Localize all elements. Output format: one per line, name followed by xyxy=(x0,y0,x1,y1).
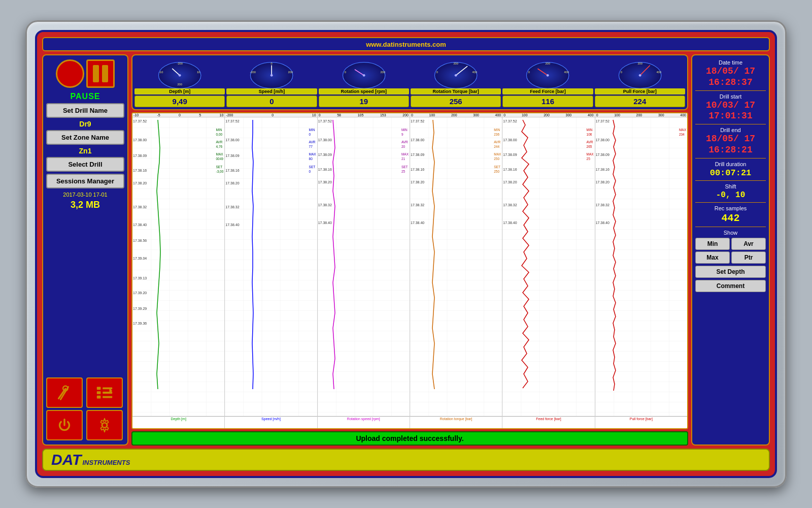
chart-col-speed: -200010 17.37.52 17.38.00 17.38.09 17.38… xyxy=(225,113,317,428)
gauge-rot-speed-label: Rotation speed [rpm] xyxy=(319,88,409,94)
show-label: Show xyxy=(724,230,738,236)
svg-text:200: 200 xyxy=(453,62,458,65)
gauge-pull-force-label: Pull Force [bar] xyxy=(595,88,685,94)
svg-point-28 xyxy=(362,74,365,77)
status-bar: Upload completed successfully. xyxy=(131,431,688,446)
chart-col-pull-force: 0100200300400 17.37.52 17.38.00 17.38.09… xyxy=(595,113,687,428)
session-date: 2017-03-10 17-01 xyxy=(63,192,107,198)
icon-grid xyxy=(46,377,124,440)
svg-point-17 xyxy=(179,74,181,77)
svg-point-34 xyxy=(455,74,457,77)
set-zone-name-button[interactable]: Set Zone Name xyxy=(46,130,124,145)
gauge-depth-label: Depth [m] xyxy=(134,88,225,94)
drill-start-line1: 10/03/ 17 xyxy=(706,101,755,111)
svg-rect-49 xyxy=(318,117,410,416)
comment-button[interactable]: Comment xyxy=(695,280,766,292)
btn-ptr[interactable]: Ptr xyxy=(731,251,766,264)
set-depth-button[interactable]: Set Depth xyxy=(695,266,766,278)
brand-dat: DAT xyxy=(51,451,81,468)
svg-text:200: 200 xyxy=(380,71,385,74)
power-icon-cell[interactable] xyxy=(46,410,83,440)
svg-text:0: 0 xyxy=(528,71,530,74)
gauge-speed: -200 200 0 Speed [m/h] 0 xyxy=(226,57,317,107)
svg-point-46 xyxy=(638,74,641,77)
gauge-feed-force-value: 116 xyxy=(502,96,593,107)
svg-rect-52 xyxy=(595,117,687,416)
bottom-bar: DAT INSTRUMENTS xyxy=(42,449,770,471)
list-icon xyxy=(95,383,114,402)
tools-icon-cell[interactable] xyxy=(46,377,83,408)
gauge-rot-torque-value: 256 xyxy=(411,96,501,107)
svg-text:200: 200 xyxy=(288,71,293,74)
center-panel: -200 -10 10 200 Depth [m] 9,49 xyxy=(131,54,688,446)
chart-col-depth: -10-50510 17.37.52 17.38.00 17.38.09 17.… xyxy=(132,113,225,428)
show-buttons-grid: Min Avr Max Ptr xyxy=(695,238,766,264)
svg-rect-51 xyxy=(502,117,594,416)
pause-label: PAUSE xyxy=(71,92,100,101)
pause-icon xyxy=(86,59,115,88)
svg-rect-48 xyxy=(225,117,317,416)
chart-col-feed-force: 0100200300400 17.37.52 17.38.00 17.38.09… xyxy=(502,113,595,428)
btn-avr[interactable]: Avr xyxy=(731,238,766,250)
drill-end-line2: 16:28:21 xyxy=(708,145,752,155)
gauge-rot-torque: 0 200 400 Rotation Torque [bar] 256 xyxy=(411,57,501,107)
gauge-speed-svg: -200 200 0 xyxy=(226,57,317,88)
left-panel: PAUSE Set Drill Name Dr9 Set Zone Name Z… xyxy=(42,54,128,446)
rec-samples-value: 442 xyxy=(721,212,739,224)
svg-rect-3 xyxy=(97,387,101,390)
gauge-feed-force-label: Feed Force [bar] xyxy=(502,88,593,94)
gauge-pull-force: 0 200 400 Pull Force [bar] 224 xyxy=(595,57,685,107)
svg-text:400: 400 xyxy=(472,71,477,74)
drill-name-value: Dr9 xyxy=(79,120,91,128)
chart-col-feed-force-footer: Feed force [bar] xyxy=(502,416,594,421)
btn-max[interactable]: Max xyxy=(695,251,730,264)
url-bar: www.datinstruments.com xyxy=(42,37,770,51)
settings-icon-cell[interactable] xyxy=(86,410,123,440)
chart-col-rot-torque: 0100200300400 17.37.52 17.38.00 17.38.09… xyxy=(410,113,502,428)
svg-text:0: 0 xyxy=(436,71,438,74)
settings-icon xyxy=(95,416,114,435)
svg-rect-47 xyxy=(132,117,224,416)
pause-bar-right xyxy=(102,65,108,82)
svg-text:400: 400 xyxy=(564,71,569,74)
rec-samples-label: Rec samples xyxy=(715,205,747,211)
svg-text:-10: -10 xyxy=(159,71,163,74)
btn-min[interactable]: Min xyxy=(695,238,730,250)
svg-text:0: 0 xyxy=(271,62,273,65)
gauges-row: -200 -10 10 200 Depth [m] 9,49 xyxy=(131,54,688,110)
svg-rect-50 xyxy=(410,117,502,416)
gauge-rot-speed-svg: 0 200 xyxy=(319,57,409,88)
set-drill-name-button[interactable]: Set Drill Name xyxy=(46,103,124,118)
chart-col-depth-footer: Depth [m] xyxy=(132,416,224,421)
gauge-pull-force-svg: 0 200 400 xyxy=(595,57,685,88)
svg-text:0: 0 xyxy=(620,71,622,74)
logo-area xyxy=(56,59,115,88)
svg-text:-200: -200 xyxy=(177,62,183,65)
sessions-manager-button[interactable]: Sessions Manager xyxy=(46,174,124,188)
device-inner: www.datinstruments.com PAUSE Set Drill N… xyxy=(35,30,777,478)
chart-col-rot-torque-footer: Rotation torque [bar] xyxy=(410,416,502,421)
brand-instruments: INSTRUMENTS xyxy=(82,459,130,466)
svg-rect-5 xyxy=(97,391,101,394)
gauge-rot-torque-label: Rotation Torque [bar] xyxy=(411,88,501,94)
chart-col-speed-footer: Speed [m/h] xyxy=(225,416,317,421)
tools-icon xyxy=(55,383,74,402)
svg-text:200: 200 xyxy=(177,83,182,86)
drill-duration-label: Drill duration xyxy=(715,161,747,167)
svg-text:400: 400 xyxy=(656,71,661,74)
record-icon xyxy=(56,59,84,88)
list-icon-cell[interactable] xyxy=(86,377,123,408)
svg-text:200: 200 xyxy=(637,62,642,65)
gauge-depth-value: 9,49 xyxy=(134,96,225,107)
gauge-depth-svg: -200 -10 10 200 xyxy=(134,57,225,88)
drill-end-line1: 18/05/ 17 xyxy=(706,134,755,144)
gauge-depth: -200 -10 10 200 Depth [m] 9,49 xyxy=(134,57,225,107)
svg-point-23 xyxy=(270,74,273,77)
device-outer: www.datinstruments.com PAUSE Set Drill N… xyxy=(25,20,787,488)
gauge-feed-force: 0 200 400 Feed Force [bar] 116 xyxy=(502,57,593,107)
gauge-feed-force-svg: 0 200 400 xyxy=(502,57,593,88)
drill-duration-value: 00:07:21 xyxy=(710,168,752,178)
chart-col-pull-force-footer: Pull force [bar] xyxy=(595,416,687,421)
gauge-speed-label: Speed [m/h] xyxy=(226,88,317,94)
select-drill-button[interactable]: Select Drill xyxy=(46,157,124,172)
